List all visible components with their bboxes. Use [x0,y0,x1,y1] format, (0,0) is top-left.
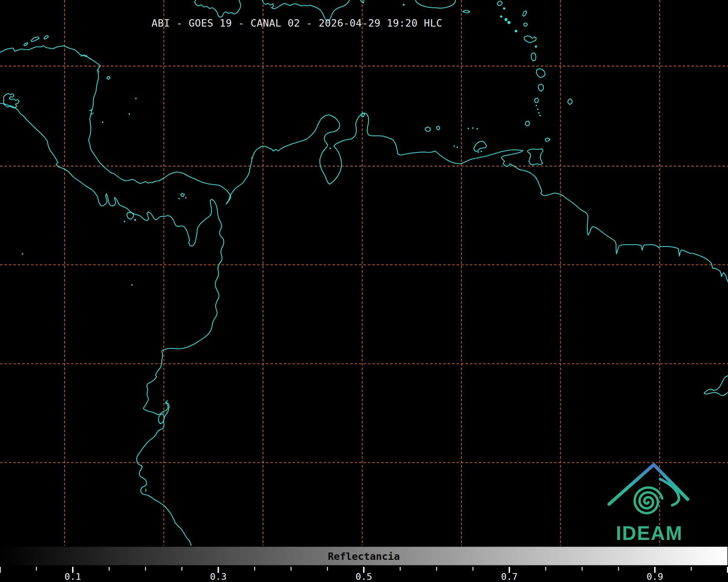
colorbar-title: Reflectancia [328,551,400,562]
islet [472,127,474,129]
islet [185,197,187,199]
islet [129,113,130,115]
islet [503,7,505,10]
islet [131,284,133,286]
colorbar-tick-label: 0.7 [501,571,517,582]
islet [457,147,458,148]
islet [537,109,539,110]
colorbar-tick-label: 0.9 [646,571,663,582]
islet [124,221,125,222]
islet [251,157,253,159]
islet [134,219,136,221]
colorbar-tick-label: 0.5 [355,571,372,582]
islet [539,115,541,116]
satellite-image-viewport: ABI - GOES 19 - CANAL 02 - 2026-04-29 19… [0,0,728,582]
islet [538,112,540,114]
goes-satellite-map: ABI - GOES 19 - CANAL 02 - 2026-04-29 19… [0,0,728,582]
islet [476,128,478,130]
islet [329,148,331,149]
islet [536,105,537,106]
islet [22,253,23,255]
islet [505,18,507,21]
islet [507,21,510,24]
islet [500,16,502,18]
islet [478,151,479,153]
colorbar-tick-label: 0.1 [64,571,81,582]
islet [481,151,482,152]
islet [403,4,405,6]
islet [178,198,180,199]
image-title: ABI - GOES 19 - CANAL 02 - 2026-04-29 19… [151,17,442,29]
islet [102,121,103,123]
logo-wordmark: IDEAM [616,522,683,544]
islet [454,145,455,147]
islet [535,45,537,48]
islet [515,30,517,32]
colorbar-tick-label: 0.3 [210,571,226,582]
islet [135,98,137,99]
islet [468,128,469,129]
